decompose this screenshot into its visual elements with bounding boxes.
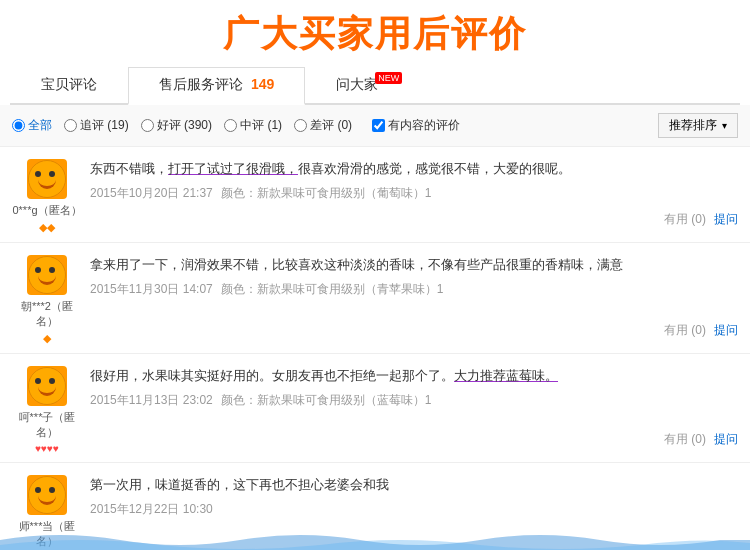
- filter-bad[interactable]: 差评 (0): [294, 117, 352, 134]
- emoji-icon: [28, 476, 66, 514]
- review-text: 第一次用，味道挺香的，这下再也不担心老婆会和我: [90, 475, 738, 496]
- review-meta: 2015年11月30日 14:07 颜色：新款果味可食用级别（青苹果味）1: [90, 281, 738, 298]
- avatar-col: 0***g（匿名） ◆◆: [12, 159, 82, 234]
- review-meta: 2015年11月13日 23:02 颜色：新款果味可食用级别（蓝莓味）1: [90, 392, 738, 409]
- sort-button[interactable]: 推荐排序: [658, 113, 738, 138]
- avatar: [27, 159, 67, 199]
- review-actions: 有用 (0) 提问: [664, 431, 738, 448]
- service-badge: 149: [251, 76, 274, 92]
- review-content: 东西不错哦，打开了试过了很滑哦，很喜欢滑滑的感觉，感觉很不错，大爱的很呢。 20…: [82, 159, 738, 234]
- review-text: 东西不错哦，打开了试过了很滑哦，很喜欢滑滑的感觉，感觉很不错，大爱的很呢。: [90, 159, 738, 180]
- review-item: 朝***2（匿名） ◆ 拿来用了一下，润滑效果不错，比较喜欢这种淡淡的香味，不像…: [0, 243, 750, 354]
- filter-all[interactable]: 全部: [12, 117, 52, 134]
- review-meta: 2015年12月22日 10:30: [90, 501, 738, 518]
- tab-service[interactable]: 售后服务评论 149: [128, 67, 305, 105]
- tab-qa[interactable]: 问大家 NEW: [305, 67, 409, 103]
- review-item: 呵***子（匿名） ♥♥♥♥ 很好用，水果味其实挺好用的。女朋友再也不拒绝一起那…: [0, 354, 750, 463]
- username: 呵***子（匿名）: [12, 410, 82, 440]
- avatar: [27, 366, 67, 406]
- emoji-icon: [28, 160, 66, 198]
- review-content: 很好用，水果味其实挺好用的。女朋友再也不拒绝一起那个了。大力推荐蓝莓味。 201…: [82, 366, 738, 454]
- ask-button[interactable]: 提问: [714, 322, 738, 339]
- ask-button[interactable]: 提问: [714, 431, 738, 448]
- new-badge: NEW: [375, 72, 402, 84]
- tabs-container: 宝贝评论 售后服务评论 149 问大家 NEW: [10, 67, 740, 105]
- review-text: 很好用，水果味其实挺好用的。女朋友再也不拒绝一起那个了。大力推荐蓝莓味。: [90, 366, 738, 387]
- user-stars: ♥♥♥♥: [35, 443, 59, 454]
- user-stars: ◆: [43, 332, 51, 345]
- ask-button[interactable]: 提问: [714, 211, 738, 228]
- review-actions: 有用 (0) 提问: [664, 211, 738, 228]
- review-text: 拿来用了一下，润滑效果不错，比较喜欢这种淡淡的香味，不像有些产品很重的香精味，满…: [90, 255, 738, 276]
- avatar-col: 朝***2（匿名） ◆: [12, 255, 82, 345]
- avatar: [27, 255, 67, 295]
- filter-followup[interactable]: 追评 (19): [64, 117, 129, 134]
- filter-good[interactable]: 好评 (390): [141, 117, 212, 134]
- review-meta: 2015年10月20日 21:37 颜色：新款果味可食用级别（葡萄味）1: [90, 185, 738, 202]
- page-title: 广大买家用后评价: [0, 0, 750, 67]
- review-list: 0***g（匿名） ◆◆ 东西不错哦，打开了试过了很滑哦，很喜欢滑滑的感觉，感觉…: [0, 147, 750, 550]
- user-stars: ◆◆: [39, 221, 55, 234]
- blue-wave-decoration: [0, 525, 750, 550]
- review-actions: 有用 (0) 提问: [664, 322, 738, 339]
- filter-with-content[interactable]: 有内容的评价: [372, 117, 460, 134]
- filter-bar: 全部 追评 (19) 好评 (390) 中评 (1) 差评 (0) 有内容的评价…: [0, 105, 750, 147]
- emoji-icon: [28, 367, 66, 405]
- username: 0***g（匿名）: [12, 203, 81, 218]
- username: 朝***2（匿名）: [12, 299, 82, 329]
- review-content: 拿来用了一下，润滑效果不错，比较喜欢这种淡淡的香味，不像有些产品很重的香精味，满…: [82, 255, 738, 345]
- avatar: [27, 475, 67, 515]
- review-item: 0***g（匿名） ◆◆ 东西不错哦，打开了试过了很滑哦，很喜欢滑滑的感觉，感觉…: [0, 147, 750, 243]
- tab-product[interactable]: 宝贝评论: [10, 67, 128, 103]
- filter-neutral[interactable]: 中评 (1): [224, 117, 282, 134]
- avatar-col: 呵***子（匿名） ♥♥♥♥: [12, 366, 82, 454]
- emoji-icon: [28, 256, 66, 294]
